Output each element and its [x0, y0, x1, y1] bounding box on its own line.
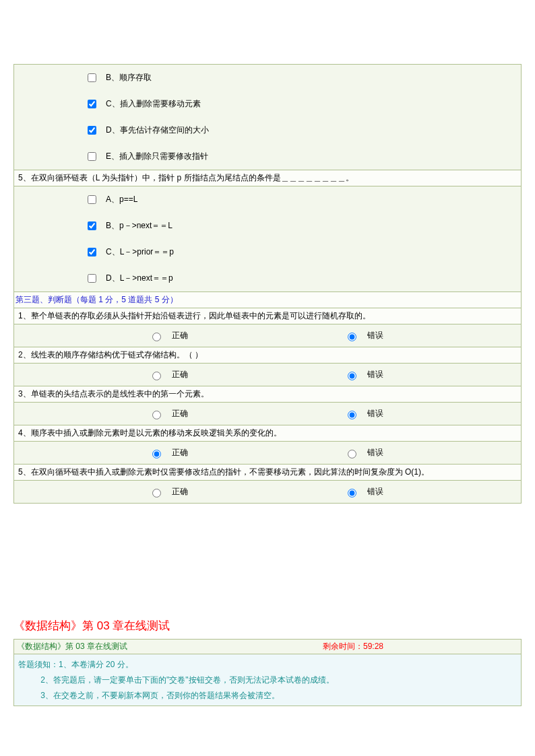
radio-true-5[interactable] — [152, 489, 161, 497]
tf-row: 正确 错误 — [14, 481, 521, 503]
tf-question-2: 2、线性表的顺序存储结构优于链式存储结构。（ ） — [14, 347, 521, 364]
checkbox-C[interactable] — [88, 248, 96, 256]
checkbox-option: D、L－>next＝＝p — [14, 265, 521, 291]
tf-question-5: 5、在双向循环链表中插入或删除元素时仅需要修改结点的指针，不需要移动元素，因此算… — [14, 464, 521, 481]
checkbox-D[interactable] — [88, 274, 96, 283]
false-label: 错误 — [367, 447, 383, 458]
radio-true-4[interactable] — [152, 450, 161, 458]
exam-name: 《数据结构》第 03 章在线测试 — [17, 641, 323, 652]
checkbox-option: B、顺序存取 — [14, 65, 521, 91]
true-label: 正确 — [172, 408, 188, 419]
false-label: 错误 — [367, 369, 383, 380]
radio-false-4[interactable] — [348, 450, 356, 458]
false-label: 错误 — [367, 408, 383, 419]
radio-false-1[interactable] — [348, 333, 356, 341]
option-label: B、p－>next＝＝L — [106, 220, 172, 232]
option-label: C、L－>prior＝＝p — [106, 246, 174, 258]
page-title: 《数据结构》第 03 章在线测试 — [13, 618, 522, 633]
checkbox-D[interactable] — [88, 126, 96, 135]
notice-line-1: 答题须知：1、本卷满分 20 分。 — [18, 657, 517, 673]
question-5: 5、在双向循环链表（L 为头指针）中，指针 p 所指结点为尾结点的条件是＿＿＿＿… — [14, 170, 521, 186]
true-label: 正确 — [172, 447, 188, 458]
option-label: E、插入删除只需要修改指针 — [106, 151, 208, 162]
radio-false-5[interactable] — [348, 489, 356, 497]
section-3-header: 第三题、判断题（每题 1 分，5 道题共 5 分） — [14, 291, 521, 308]
option-label: A、p==L — [106, 194, 137, 205]
false-label: 错误 — [367, 330, 383, 341]
notice-box: 答题须知：1、本卷满分 20 分。 2、答完题后，请一定要单击下面的"交卷"按钮… — [13, 654, 522, 706]
tf-row: 正确 错误 — [14, 324, 521, 347]
checkbox-E[interactable] — [88, 152, 96, 161]
quiz-panel: B、顺序存取 C、插入删除需要移动元素 D、事先估计存储空间的大小 E、插入删除… — [13, 64, 522, 504]
true-label: 正确 — [172, 369, 188, 380]
checkbox-option: D、事先估计存储空间的大小 — [14, 117, 521, 143]
checkbox-B[interactable] — [88, 73, 96, 82]
checkbox-C[interactable] — [88, 100, 96, 108]
radio-true-3[interactable] — [152, 411, 161, 419]
tf-row: 正确 错误 — [14, 364, 521, 386]
radio-true-1[interactable] — [152, 333, 161, 341]
true-label: 正确 — [172, 330, 188, 341]
true-label: 正确 — [172, 486, 188, 497]
tf-row: 正确 错误 — [14, 403, 521, 425]
option-label: D、事先估计存储空间的大小 — [106, 125, 209, 136]
checkbox-option: E、插入删除只需要修改指针 — [14, 143, 521, 170]
tf-question-3: 3、单链表的头结点表示的是线性表中的第一个元素。 — [14, 386, 521, 403]
tf-question-4: 4、顺序表中插入或删除元素时是以元素的移动来反映逻辑关系的变化的。 — [14, 425, 521, 442]
notice-line-2: 2、答完题后，请一定要单击下面的"交卷"按钮交卷，否则无法记录本试卷的成绩。 — [18, 673, 517, 688]
option-label: D、L－>next＝＝p — [106, 273, 173, 284]
timer-bar: 《数据结构》第 03 章在线测试 剩余时间：59:28 — [13, 639, 522, 654]
checkbox-option: A、p==L — [14, 186, 521, 213]
radio-false-3[interactable] — [348, 411, 356, 419]
radio-false-2[interactable] — [348, 372, 356, 380]
false-label: 错误 — [367, 486, 383, 497]
remaining-time: 剩余时间：59:28 — [323, 641, 518, 652]
tf-question-1: 1、整个单链表的存取必须从头指针开始沿链表进行，因此单链表中的元素是可以进行随机… — [14, 308, 521, 324]
checkbox-A[interactable] — [88, 195, 96, 204]
notice-line-3: 3、在交卷之前，不要刷新本网页，否则你的答题结果将会被清空。 — [18, 688, 517, 703]
checkbox-B[interactable] — [88, 221, 96, 230]
tf-row: 正确 错误 — [14, 442, 521, 464]
option-label: C、插入删除需要移动元素 — [106, 98, 201, 110]
option-label: B、顺序存取 — [106, 72, 152, 83]
checkbox-option: C、L－>prior＝＝p — [14, 239, 521, 265]
checkbox-option: B、p－>next＝＝L — [14, 213, 521, 239]
radio-true-2[interactable] — [152, 372, 161, 380]
checkbox-option: C、插入删除需要移动元素 — [14, 91, 521, 117]
